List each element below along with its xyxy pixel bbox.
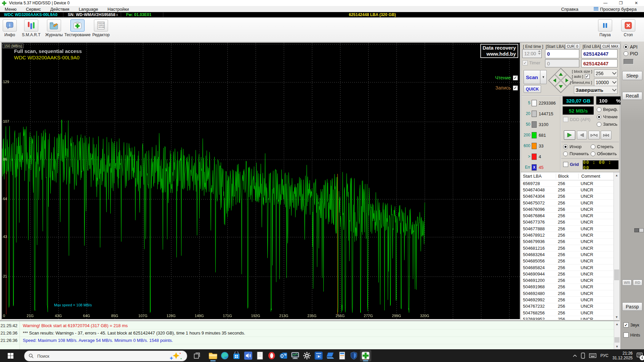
- table-scrollbar[interactable]: ▲ ▼: [613, 172, 620, 320]
- hints-checkbox[interactable]: [624, 333, 629, 338]
- start-lba-cur-button[interactable]: CUR: [565, 44, 576, 49]
- table-row[interactable]: 504674048256UNCR: [521, 187, 620, 193]
- scan-dropdown-button[interactable]: ▼: [540, 70, 547, 84]
- pio-radio[interactable]: [624, 51, 628, 56]
- table-row[interactable]: 504685056256UNCR: [521, 258, 620, 264]
- table-row[interactable]: 504683264256UNCR: [521, 251, 620, 258]
- mini-box-1[interactable]: [634, 228, 639, 232]
- verify-radio[interactable]: [597, 107, 601, 112]
- maximize-button[interactable]: ❐: [613, 0, 629, 6]
- device-tab-model[interactable]: WDC WD3200AAKS-00L9A0: [4, 12, 57, 17]
- mini-box-2[interactable]: [639, 228, 644, 232]
- start-lba-input[interactable]: 0: [545, 49, 579, 58]
- scan-button[interactable]: Scan: [524, 70, 540, 84]
- device-tab-serial[interactable]: SN: WD-WMAV2HS95858: [68, 12, 115, 17]
- log-scroll-thumb[interactable]: [614, 337, 620, 343]
- taskbar-icon-settings[interactable]: [301, 350, 313, 361]
- write-legend-checkbox[interactable]: ✓: [513, 85, 518, 90]
- grid-checkbox[interactable]: [563, 162, 568, 167]
- smart-button[interactable]: S.M.A.R.T: [22, 19, 40, 40]
- defect-table[interactable]: Start LBA Block Comment 6569728256UNCR50…: [521, 172, 620, 320]
- grid-row[interactable]: Grid: [563, 162, 579, 167]
- table-row[interactable]: 504677888256UNCR: [521, 226, 620, 232]
- search-box[interactable]: Поиск: [24, 351, 187, 361]
- refresh-radio-row[interactable]: Обновить: [591, 151, 617, 156]
- seek-end-button[interactable]: ▷|◁: [601, 131, 611, 139]
- table-row[interactable]: 504676864256UNCR: [521, 213, 620, 219]
- play-back-button[interactable]: [577, 131, 587, 139]
- taskbar-icon-outlook[interactable]: [278, 350, 289, 361]
- table-row[interactable]: 504691968256UNCR: [521, 284, 620, 290]
- write-radio-row[interactable]: Запись: [597, 122, 618, 127]
- auto-checkbox[interactable]: ✓: [585, 74, 590, 79]
- clock[interactable]: 21:26 31.12.2025: [612, 351, 633, 360]
- sleep-button[interactable]: Sleep: [622, 71, 642, 80]
- read-radio-row[interactable]: Чтение: [597, 114, 618, 119]
- table-row[interactable]: 504676096256UNCR: [521, 206, 620, 213]
- language-indicator[interactable]: РУС: [600, 353, 608, 358]
- table-row[interactable]: 504690944256UNCR: [521, 271, 620, 277]
- menu-Сервис[interactable]: Сервис: [21, 7, 46, 12]
- block-size-select[interactable]: 256: [594, 69, 618, 77]
- testing-button[interactable]: Тестирование: [68, 19, 87, 40]
- write-radio[interactable]: [597, 122, 601, 127]
- taskbar-icon-notepad[interactable]: [254, 350, 266, 361]
- end-lba-max-button[interactable]: MAX: [609, 44, 620, 49]
- taskbar-icon-laptop[interactable]: [325, 350, 336, 361]
- pio-radio-row[interactable]: PIO: [624, 51, 638, 56]
- table-scroll-thumb[interactable]: [614, 269, 619, 280]
- rd-button[interactable]: RD: [633, 280, 642, 286]
- log-scroll-up[interactable]: ▲: [614, 321, 620, 327]
- repair-radio[interactable]: [563, 152, 568, 156]
- read-legend-checkbox[interactable]: ✓: [513, 75, 518, 80]
- log-scrollbar[interactable]: ▲ ▼: [614, 321, 620, 349]
- taskbar-icon-file-explorer[interactable]: [207, 350, 219, 361]
- passp-button[interactable]: Passp: [622, 302, 642, 311]
- api-radio-row[interactable]: API: [624, 44, 638, 50]
- taskbar-icon-defender[interactable]: [348, 350, 360, 361]
- menu-Действия[interactable]: Действия: [46, 7, 74, 12]
- ddd-row[interactable]: DDD (API): [563, 117, 590, 122]
- close-button[interactable]: ✕: [629, 0, 644, 6]
- timer-input[interactable]: 0: [545, 59, 579, 67]
- log-panel[interactable]: 21:25:42Warning! Block start at 61972070…: [0, 320, 620, 349]
- log-scroll-down[interactable]: ▼: [614, 344, 620, 349]
- menu-help[interactable]: Справка: [556, 7, 583, 12]
- taskbar-icon-system-monitor[interactable]: [289, 350, 301, 361]
- ignore-radio[interactable]: [563, 144, 568, 149]
- spinner-arrows[interactable]: [538, 50, 541, 55]
- table-row[interactable]: 504692480256UNCR: [521, 290, 620, 297]
- sound-checkbox[interactable]: ✓: [624, 322, 629, 327]
- table-row[interactable]: 504678912256UNCR: [521, 232, 620, 238]
- table-row[interactable]: 504768256256UNCR: [521, 310, 620, 316]
- taskbar-icon-edge[interactable]: [219, 350, 230, 361]
- menu-Настройки[interactable]: Настройки: [103, 7, 133, 12]
- table-row[interactable]: 504675072256UNCR: [521, 200, 620, 206]
- sound-row[interactable]: ✓Звук: [624, 322, 639, 327]
- speed-graph[interactable]: 150 (MB/s) Full scan, sequential access …: [1, 42, 521, 320]
- table-row[interactable]: 504691200256UNCR: [521, 277, 620, 284]
- table-row[interactable]: 504677376256UNCR: [521, 219, 620, 226]
- stop-button[interactable]: Стоп: [619, 19, 637, 40]
- touch-keyboard-icon[interactable]: [589, 353, 596, 358]
- end-time-input[interactable]: 12:00: [522, 49, 542, 58]
- verify-radio-row[interactable]: Вериф.: [597, 107, 618, 112]
- table-row[interactable]: 504685824256UNCR: [521, 264, 620, 271]
- read-radio[interactable]: [597, 115, 601, 119]
- finish-action-select[interactable]: Завершить: [574, 86, 618, 94]
- seek-error-button[interactable]: ▷?◁: [588, 131, 600, 139]
- timeout-select[interactable]: 10000: [594, 78, 618, 86]
- task-view-button[interactable]: [191, 350, 203, 361]
- repair-radio-row[interactable]: Починить: [563, 151, 589, 156]
- ddd-checkbox[interactable]: [563, 117, 568, 122]
- notification-button[interactable]: 4: [637, 353, 643, 359]
- minimize-button[interactable]: —: [598, 0, 613, 6]
- erase-radio[interactable]: [591, 144, 595, 149]
- table-row[interactable]: 504681216256UNCR: [521, 245, 620, 251]
- tray-chevron-icon[interactable]: [573, 354, 577, 357]
- end-lba-input[interactable]: 625142447: [581, 49, 618, 58]
- start-lba-zero-button[interactable]: 0: [575, 44, 580, 49]
- taskbar-icon-opera[interactable]: [266, 350, 277, 361]
- menu-Language[interactable]: Language: [74, 7, 103, 12]
- taskbar-icon-store[interactable]: [231, 350, 242, 361]
